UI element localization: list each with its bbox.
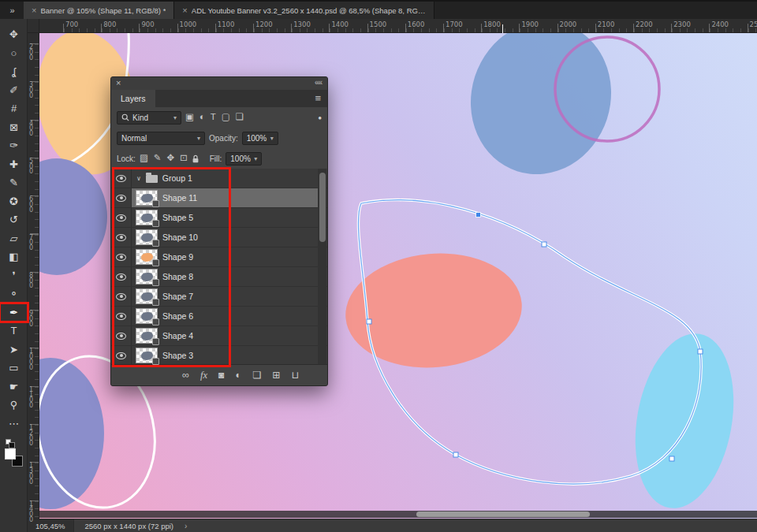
ruler-vertical[interactable]: 2 0 03 0 04 0 05 0 06 0 07 0 08 0 09 0 0… bbox=[28, 33, 39, 519]
blur-tool[interactable]: ❜ bbox=[0, 266, 28, 285]
layer-thumbnail[interactable] bbox=[136, 328, 158, 344]
layer-thumbnail[interactable] bbox=[136, 229, 158, 245]
move-tool[interactable]: ✥ bbox=[0, 25, 28, 44]
horizontal-scrollbar[interactable] bbox=[39, 511, 757, 518]
panel-collapse-icon[interactable]: «« bbox=[315, 78, 322, 87]
layer-thumbnail[interactable] bbox=[136, 249, 158, 265]
layer-thumbnail[interactable] bbox=[136, 288, 158, 304]
path-anchor[interactable] bbox=[698, 349, 703, 354]
blend-mode-dropdown[interactable]: Normal ▾ bbox=[117, 132, 205, 145]
filter-image-icon[interactable]: ▣ bbox=[185, 113, 194, 122]
document-tab-banner[interactable]: × Banner @ 105% (Shape 11, RGB/8) * bbox=[24, 2, 174, 19]
tab-layers[interactable]: Layers bbox=[111, 90, 155, 107]
layer-row-shape-7[interactable]: Shape 7 bbox=[111, 287, 327, 307]
visibility-toggle[interactable] bbox=[111, 326, 132, 345]
layer-row-shape-3[interactable]: Shape 3 bbox=[111, 346, 327, 366]
link-layers-icon[interactable]: ∞ bbox=[182, 370, 189, 381]
ruler-horizontal[interactable]: 7008009001000110012001300140015001600170… bbox=[39, 19, 757, 33]
visibility-toggle[interactable] bbox=[111, 188, 132, 207]
layer-thumbnail[interactable] bbox=[136, 210, 158, 225]
path-anchor[interactable] bbox=[453, 452, 458, 457]
close-tab-icon[interactable]: × bbox=[32, 6, 36, 15]
panel-menu-icon[interactable]: ≡ bbox=[315, 92, 321, 104]
path-anchor-selected[interactable] bbox=[476, 213, 481, 218]
visibility-toggle[interactable] bbox=[111, 287, 132, 306]
type-tool[interactable]: T bbox=[0, 322, 28, 340]
more-tools[interactable]: ⋯ bbox=[0, 415, 28, 433]
filter-smart-object-icon[interactable]: ❏ bbox=[236, 113, 244, 122]
path-selection-tool[interactable]: ➤ bbox=[0, 340, 28, 359]
pen-tool[interactable]: ✒ bbox=[0, 303, 28, 322]
panel-close-icon[interactable]: × bbox=[116, 78, 121, 87]
fill-dropdown[interactable]: 100% ▾ bbox=[226, 152, 262, 166]
layer-thumbnail[interactable] bbox=[136, 348, 158, 363]
rectangle-tool[interactable]: ▭ bbox=[0, 359, 28, 378]
healing-brush-tool[interactable]: ✚ bbox=[0, 155, 28, 174]
history-brush-tool[interactable]: ↺ bbox=[0, 210, 28, 229]
layer-row-shape-8[interactable]: Shape 8 bbox=[111, 267, 327, 287]
visibility-toggle[interactable] bbox=[111, 169, 132, 188]
quick-selection-tool[interactable]: ✐ bbox=[0, 81, 28, 100]
visibility-toggle[interactable] bbox=[111, 247, 132, 266]
panel-title-bar[interactable]: × «« bbox=[111, 77, 327, 90]
eraser-tool[interactable]: ▱ bbox=[0, 229, 28, 248]
filter-shape-icon[interactable]: ▢ bbox=[222, 113, 230, 122]
tab-overflow-icon[interactable]: » bbox=[0, 2, 24, 19]
layer-row-shape-9[interactable]: Shape 9 bbox=[111, 247, 327, 267]
hand-tool[interactable]: ☛ bbox=[0, 378, 28, 396]
layer-row-shape-5[interactable]: Shape 5 bbox=[111, 208, 327, 228]
layer-thumbnail[interactable] bbox=[136, 308, 158, 324]
marquee-tool[interactable]: ○ bbox=[0, 44, 28, 63]
path-anchor[interactable] bbox=[367, 319, 371, 324]
close-tab-icon[interactable]: × bbox=[182, 6, 187, 15]
scrollbar-thumb[interactable] bbox=[416, 512, 590, 517]
frame-tool[interactable]: ⊠ bbox=[0, 118, 28, 137]
visibility-toggle[interactable] bbox=[111, 346, 132, 365]
visibility-toggle[interactable] bbox=[111, 228, 132, 247]
filter-type-icon[interactable]: T bbox=[211, 113, 216, 122]
foreground-color-swatch[interactable] bbox=[5, 448, 16, 459]
brush-tool[interactable]: ✎ bbox=[0, 173, 28, 192]
lock-artboard-icon[interactable]: ⊡ bbox=[180, 154, 188, 163]
panel-scrollbar-thumb[interactable] bbox=[319, 173, 326, 242]
crop-tool[interactable]: # bbox=[0, 99, 28, 118]
panel-scrollbar[interactable] bbox=[318, 169, 326, 366]
layer-row-shape-4[interactable]: Shape 4 bbox=[111, 326, 327, 346]
lasso-tool[interactable]: ʆ bbox=[0, 62, 28, 81]
color-swatches[interactable] bbox=[5, 448, 25, 469]
layer-thumbnail[interactable] bbox=[136, 269, 158, 285]
filter-toggle-icon[interactable]: ● bbox=[318, 114, 322, 121]
layer-row-group-1[interactable]: ∨ Group 1 bbox=[111, 169, 327, 188]
visibility-toggle[interactable] bbox=[111, 208, 132, 227]
new-layer-icon[interactable]: ⊞ bbox=[272, 370, 280, 381]
zoom-tool[interactable]: ⚲ bbox=[0, 396, 28, 415]
lock-transparency-icon[interactable]: ▨ bbox=[140, 154, 148, 163]
lock-paint-icon[interactable]: ✎ bbox=[154, 154, 162, 163]
dodge-tool[interactable]: ⚬ bbox=[0, 285, 28, 303]
filter-kind-dropdown[interactable]: Kind ▾ bbox=[117, 111, 181, 125]
layer-thumbnail[interactable] bbox=[136, 190, 158, 206]
gradient-tool[interactable]: ◧ bbox=[0, 247, 28, 266]
status-chevron-icon[interactable]: › bbox=[185, 522, 187, 530]
adjustment-layer-icon[interactable]: ◐ bbox=[236, 370, 242, 381]
delete-layer-icon[interactable]: ⊔ bbox=[292, 370, 300, 381]
visibility-toggle[interactable] bbox=[111, 307, 132, 326]
layer-row-shape-10[interactable]: Shape 10 bbox=[111, 228, 327, 247]
eyedropper-tool[interactable]: ✑ bbox=[0, 136, 28, 155]
path-anchor[interactable] bbox=[669, 456, 674, 461]
opacity-dropdown[interactable]: 100% ▾ bbox=[242, 132, 278, 145]
lock-position-icon[interactable]: ✥ bbox=[166, 154, 174, 163]
visibility-toggle[interactable] bbox=[111, 267, 132, 286]
path-anchor[interactable] bbox=[542, 242, 546, 247]
layer-mask-icon[interactable]: ◙ bbox=[218, 370, 225, 381]
layer-row-shape-6[interactable]: Shape 6 bbox=[111, 307, 327, 326]
group-expand-icon[interactable]: ∨ bbox=[136, 175, 141, 182]
document-tab-adl-banner[interactable]: × ADL Youtube Banner v3.2_2560 x 1440.ps… bbox=[174, 2, 434, 19]
filter-adjustment-icon[interactable]: ◐ bbox=[200, 113, 205, 122]
layer-row-shape-11[interactable]: Shape 11 bbox=[111, 188, 327, 208]
layer-group-icon[interactable]: ❏ bbox=[252, 370, 261, 381]
clone-stamp-tool[interactable]: ✪ bbox=[0, 192, 28, 211]
layer-effects-icon[interactable]: fx bbox=[200, 370, 207, 381]
default-colors-icon[interactable] bbox=[6, 439, 11, 445]
lock-all-icon[interactable] bbox=[192, 154, 200, 163]
